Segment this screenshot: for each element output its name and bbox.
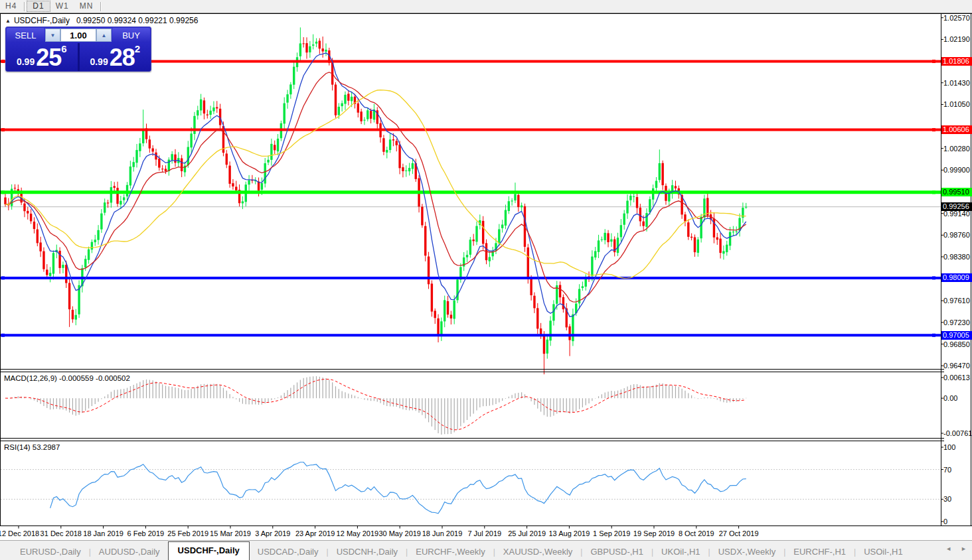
price-level-label: 0.98009 — [941, 273, 972, 282]
price-axis-label: 0.99900 — [943, 166, 970, 174]
macd-axis-label: 0.00 — [943, 394, 957, 402]
price-axis-label: 0.97610 — [943, 297, 970, 305]
one-click-trading-panel: SELL ▼ 1.00 ▲ BUY 0.99 25 6 0.99 28 2 — [5, 27, 151, 72]
date-label: 15 Mar 2019 — [210, 529, 251, 537]
collapse-panel-icon[interactable]: ▲ — [5, 18, 11, 24]
price-axis-label: 0.96850 — [943, 340, 970, 348]
macd-axis-label: -0.007612 — [943, 429, 972, 437]
horizontal-level-lines[interactable] — [0, 60, 941, 337]
price-axis-label: 1.02570 — [943, 14, 970, 22]
date-label: 12 Dec 2018 — [0, 529, 39, 537]
buy-button[interactable]: BUY — [112, 28, 150, 42]
date-label: 30 May 2019 — [378, 529, 421, 537]
chart-tab-bar: EURUSD-,Daily|AUDUSD-,DailyUSDCHF-,Daily… — [0, 540, 972, 560]
rsi-axis-label: 70 — [943, 466, 951, 474]
volume-decrease-button[interactable]: ▼ — [45, 29, 60, 42]
price-axis-label: 1.00280 — [943, 145, 970, 153]
trade-panel-controls: SELL ▼ 1.00 ▲ BUY — [6, 27, 151, 43]
tab-ukoil-h1[interactable]: UKOil-,H1 — [653, 543, 708, 560]
date-label: 23 Apr 2019 — [295, 529, 335, 537]
volume-increase-button[interactable]: ▲ — [96, 29, 112, 42]
macd-indicator-label: MACD(12,26,9) -0.000559 -0.000502 — [4, 374, 130, 382]
date-label: 1 Sep 2019 — [593, 529, 630, 537]
tab-xauusd-weekly[interactable]: XAUUSD-,Weekly — [495, 543, 581, 560]
sell-price-main: 25 — [36, 47, 61, 68]
volume-input[interactable]: 1.00 — [60, 29, 96, 42]
sell-price[interactable]: 0.99 25 6 — [6, 43, 78, 71]
moving-average-mid — [5, 72, 746, 302]
price-axis-label: 0.98760 — [943, 231, 970, 239]
tab-scroll-left-icon[interactable]: ◄ — [945, 545, 951, 552]
macd-signal-line — [5, 379, 746, 429]
date-label: 3 Apr 2019 — [255, 529, 290, 537]
price-axis-label: 0.97230 — [943, 318, 970, 326]
price-level-label: 1.01806 — [941, 57, 972, 66]
date-label: 6 Feb 2019 — [127, 529, 165, 537]
moving-average-slow — [5, 90, 746, 279]
buy-price[interactable]: 0.99 28 2 — [80, 43, 151, 71]
tab-eurchf-weekly[interactable]: EURCHF-,Weekly — [408, 543, 493, 560]
price-level-label: 0.97005 — [941, 331, 972, 340]
tab-scroll-right-icon[interactable]: ► — [961, 545, 967, 552]
date-label: 27 Oct 2019 — [719, 529, 759, 537]
date-label: 12 May 2019 — [337, 529, 379, 537]
date-label: 19 Sep 2019 — [633, 529, 675, 537]
tab-gbpusd-h1[interactable]: GBPUSD-,H1 — [582, 543, 651, 560]
macd-axis-label: 0.00613 — [943, 374, 970, 382]
date-label: 25 Jul 2019 — [508, 529, 546, 537]
date-label: 7 Jul 2019 — [467, 529, 501, 537]
tab-eurusd-daily[interactable]: EURUSD-,Daily — [12, 543, 89, 560]
candles — [4, 27, 747, 374]
mt4-terminal: H4D1W1MN ▲USDCHF-,Daily0.99250 0.99324 0… — [0, 0, 972, 560]
arrow-down-icon: ▼ — [50, 33, 56, 38]
date-label: 13 Aug 2019 — [548, 529, 590, 537]
sell-price-pip: 6 — [61, 45, 66, 53]
price-level-label: 0.99510 — [941, 188, 972, 196]
chart-symbol-title: USDCHF-,Daily — [14, 16, 70, 25]
price-axis-label: 1.01050 — [943, 100, 970, 108]
ohlc-values: 0.99250 0.99324 0.99221 0.99256 — [76, 16, 199, 25]
tab-usdcnh-daily[interactable]: USDCNH-,Daily — [329, 543, 406, 560]
sell-button[interactable]: SELL — [7, 28, 44, 42]
rsi-indicator-label: RSI(14) 53.2987 — [4, 443, 60, 451]
tab-eurchf-h1[interactable]: EURCHF-,H1 — [785, 543, 854, 560]
buy-price-main: 28 — [110, 47, 135, 68]
date-label: 31 Dec 2018 — [40, 529, 82, 537]
trade-panel-prices: 0.99 25 6 0.99 28 2 — [6, 43, 151, 71]
current-price-label: 0.99256 — [941, 202, 972, 211]
price-axis-label: 1.01430 — [943, 79, 970, 87]
tab-usdx-weekly[interactable]: USDX-,Weekly — [710, 543, 783, 560]
chart-title-bar: ▲USDCHF-,Daily0.99250 0.99324 0.99221 0.… — [5, 16, 198, 25]
rsi-axis-label: 30 — [943, 495, 951, 503]
tab-usoil-h1[interactable]: USOil-,H1 — [856, 543, 911, 560]
date-label: 18 Jun 2019 — [422, 529, 463, 537]
price-axis-label: 0.98380 — [943, 253, 970, 261]
tab-scroll-arrows: ◄ ► — [945, 545, 967, 552]
buy-price-prefix: 0.99 — [90, 55, 108, 68]
tab-audusd-daily[interactable]: AUDUSD-,Daily — [91, 543, 168, 560]
tab-usdchf-daily[interactable]: USDCHF-,Daily — [168, 541, 250, 560]
price-level-label: 1.00606 — [941, 125, 972, 134]
date-label: 18 Jan 2019 — [83, 529, 123, 537]
rsi-axis-label: 100 — [943, 443, 955, 451]
arrow-up-icon: ▲ — [102, 33, 107, 38]
date-label: 25 Feb 2019 — [167, 529, 208, 537]
price-chart-canvas[interactable] — [0, 0, 972, 560]
buy-price-pip: 2 — [135, 45, 140, 53]
sell-price-prefix: 0.99 — [17, 55, 35, 68]
price-axis-label: 1.02190 — [943, 35, 970, 43]
tab-usdcad-daily[interactable]: USDCAD-,Daily — [250, 543, 327, 560]
date-label: 8 Oct 2019 — [679, 529, 714, 537]
rsi-axis-label: 0 — [943, 518, 947, 525]
price-axis-label: 0.96470 — [943, 362, 970, 370]
macd-histogram — [5, 376, 746, 435]
